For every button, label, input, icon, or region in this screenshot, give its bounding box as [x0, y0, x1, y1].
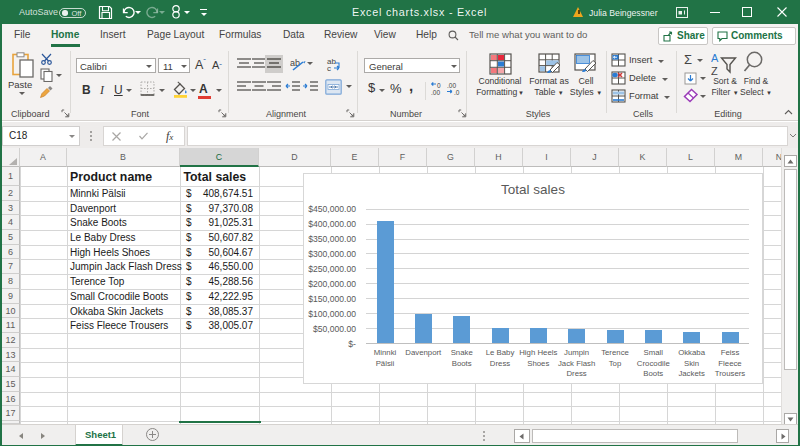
svg-text:c: c	[327, 64, 331, 72]
svg-text:.0: .0	[454, 89, 460, 96]
svg-text:.00: .00	[431, 89, 440, 96]
svg-text:A: A	[711, 52, 719, 64]
